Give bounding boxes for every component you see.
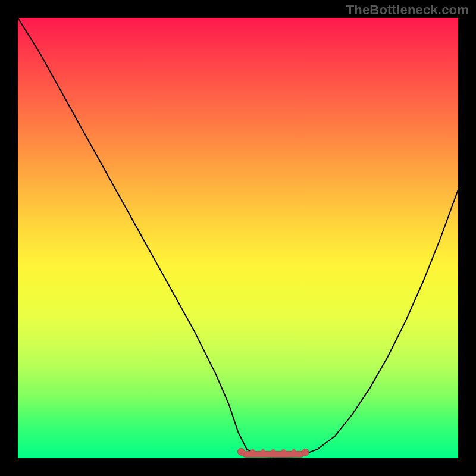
svg-point-4 bbox=[261, 449, 265, 453]
svg-point-1 bbox=[237, 448, 245, 455]
bottleneck-curve bbox=[18, 18, 458, 458]
svg-point-5 bbox=[271, 449, 275, 453]
watermark-text: TheBottleneck.com bbox=[346, 2, 469, 18]
svg-point-3 bbox=[250, 449, 255, 453]
svg-point-2 bbox=[302, 449, 309, 456]
plot-svg bbox=[18, 18, 458, 458]
svg-point-7 bbox=[292, 449, 296, 453]
svg-point-6 bbox=[281, 449, 286, 453]
plot-area bbox=[18, 18, 458, 458]
chart-frame: TheBottleneck.com bbox=[0, 0, 476, 476]
